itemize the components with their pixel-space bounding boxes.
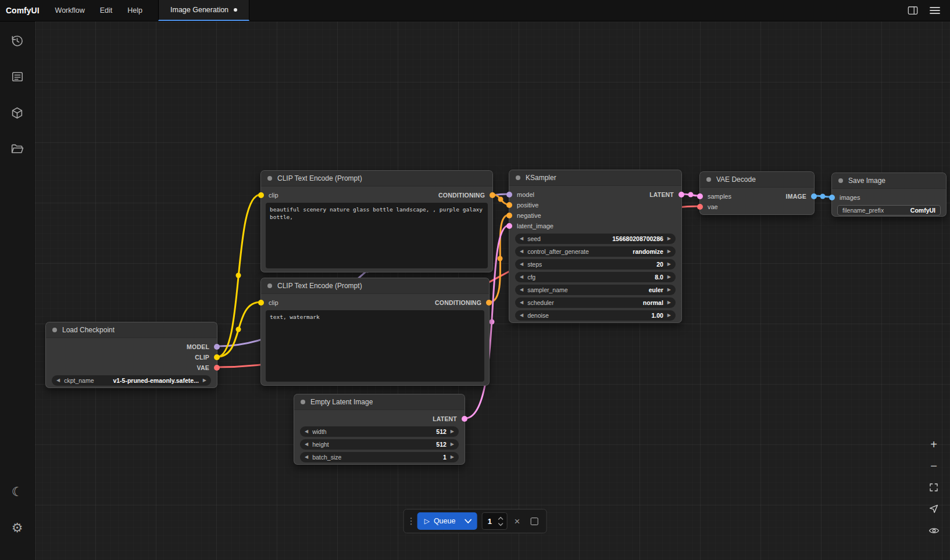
increment-arrow-icon[interactable]: ▶ <box>667 236 671 241</box>
height-widget[interactable]: ◀ height 512 ▶ <box>300 439 459 450</box>
select-mode-button[interactable] <box>927 502 941 515</box>
model-library-icon[interactable] <box>6 102 28 124</box>
decrement-arrow-icon[interactable]: ◀ <box>305 429 308 434</box>
positive-prompt-textarea[interactable]: beautiful scenery nature glass bottle la… <box>266 203 488 268</box>
model-output-port[interactable] <box>214 344 220 350</box>
node-clip-text-encode-negative[interactable]: CLIP Text Encode (Prompt) clip CONDITION… <box>260 278 490 386</box>
node-header[interactable]: Save Image <box>832 173 946 189</box>
node-header[interactable]: VAE Decode <box>700 172 814 188</box>
node-empty-latent-image[interactable]: Empty Latent Image LATENT ◀ width 512 ▶ … <box>294 394 465 465</box>
decrement-arrow-icon[interactable]: ◀ <box>520 313 523 318</box>
link-midpoint-dot[interactable] <box>498 256 503 261</box>
node-vae-decode[interactable]: VAE Decode samples IMAGE vae <box>699 171 815 215</box>
node-header[interactable]: CLIP Text Encode (Prompt) <box>261 278 489 294</box>
node-header[interactable]: KSampler <box>509 170 681 186</box>
decrement-arrow-icon[interactable]: ◀ <box>520 300 523 305</box>
increment-arrow-icon[interactable]: ▶ <box>667 288 671 292</box>
increment-arrow-icon[interactable]: ▶ <box>667 275 671 279</box>
tab-image-generation[interactable]: Image Generation <box>158 0 249 21</box>
link-midpoint-dot[interactable] <box>688 192 694 198</box>
scheduler-widget[interactable]: ◀ scheduler normal ▶ <box>515 297 676 308</box>
increment-arrow-icon[interactable]: ▶ <box>203 378 206 383</box>
increment-arrow-icon[interactable]: ▶ <box>451 442 454 447</box>
vae-input-port[interactable] <box>697 204 703 210</box>
menu-edit[interactable]: Edit <box>92 0 120 21</box>
node-save-image[interactable]: Save Image images filename_prefix ComfyU… <box>831 173 947 217</box>
hamburger-menu-icon[interactable] <box>928 3 942 17</box>
zoom-in-button[interactable]: + <box>927 438 941 451</box>
latent-image-input-port[interactable] <box>506 223 512 229</box>
model-input-port[interactable] <box>506 192 512 198</box>
increment-arrow-icon[interactable]: ▶ <box>451 429 454 434</box>
link-midpoint-dot[interactable] <box>498 197 503 202</box>
node-load-checkpoint[interactable]: Load Checkpoint MODEL CLIP VAE ◀ ckpt_na… <box>45 322 217 388</box>
theme-toggle-icon[interactable]: ☾ <box>6 481 28 503</box>
latent-output-port[interactable] <box>462 416 467 422</box>
collapse-dot[interactable] <box>267 176 272 181</box>
increment-arrow-icon[interactable]: ▶ <box>667 300 671 305</box>
collapse-dot[interactable] <box>267 283 272 288</box>
zoom-out-button[interactable]: − <box>927 460 941 472</box>
batch-size-widget[interactable]: ◀ batch_size 1 ▶ <box>300 452 459 462</box>
sampler-name-widget[interactable]: ◀ sampler_name euler ▶ <box>515 285 676 295</box>
latent-output-port[interactable] <box>678 192 684 198</box>
collapse-dot[interactable] <box>52 328 57 332</box>
images-input-port[interactable] <box>829 195 835 200</box>
drag-handle-icon[interactable]: ⋮ <box>407 516 413 526</box>
ckpt-name-widget[interactable]: ◀ ckpt_name v1-5-pruned-emaonly.safete..… <box>52 375 211 386</box>
collapse-dot[interactable] <box>301 400 305 404</box>
link-midpoint-dot[interactable] <box>490 320 495 325</box>
denoise-widget[interactable]: ◀ denoise 1.00 ▶ <box>515 310 676 321</box>
collapse-dot[interactable] <box>838 178 843 183</box>
decrement-arrow-icon[interactable]: ◀ <box>520 275 523 279</box>
settings-gear-icon[interactable]: ⚙ <box>6 517 28 539</box>
queue-button[interactable]: ▷ Queue <box>417 512 477 530</box>
width-widget[interactable]: ◀ width 512 ▶ <box>300 426 459 437</box>
negative-input-port[interactable] <box>506 213 512 218</box>
positive-input-port[interactable] <box>506 202 512 208</box>
cfg-widget[interactable]: ◀ cfg 8.0 ▶ <box>515 272 676 282</box>
decrement-arrow-icon[interactable]: ◀ <box>305 442 308 447</box>
fit-view-button[interactable] <box>927 481 941 494</box>
negative-prompt-textarea[interactable]: text, watermark <box>266 310 484 382</box>
node-header[interactable]: Load Checkpoint <box>46 322 217 338</box>
link-midpoint-dot[interactable] <box>236 273 241 278</box>
image-output-port[interactable] <box>811 193 817 199</box>
decrement-arrow-icon[interactable]: ◀ <box>520 236 523 241</box>
link-midpoint-dot[interactable] <box>236 327 241 332</box>
workflows-folder-icon[interactable] <box>6 138 28 160</box>
decrement-arrow-icon[interactable]: ◀ <box>520 249 523 254</box>
panel-toggle-icon[interactable] <box>906 3 920 17</box>
clip-input-port[interactable] <box>258 300 264 306</box>
vae-output-port[interactable] <box>214 365 220 371</box>
menu-help[interactable]: Help <box>120 0 150 21</box>
increment-arrow-icon[interactable]: ▶ <box>451 455 454 460</box>
decrement-arrow-icon[interactable]: ◀ <box>520 288 523 292</box>
node-clip-text-encode-positive[interactable]: CLIP Text Encode (Prompt) clip CONDITION… <box>260 170 493 272</box>
link-midpoint-dot[interactable] <box>820 194 826 199</box>
menu-workflow[interactable]: Workflow <box>48 0 92 21</box>
node-ksampler[interactable]: KSampler model LATENT positive negative … <box>509 170 682 323</box>
samples-input-port[interactable] <box>697 193 703 199</box>
batch-decrement-icon[interactable] <box>497 522 504 527</box>
queue-list-icon[interactable] <box>6 66 28 88</box>
steps-widget[interactable]: ◀ steps 20 ▶ <box>515 259 676 270</box>
decrement-arrow-icon[interactable]: ◀ <box>56 378 60 383</box>
conditioning-output-port[interactable] <box>490 192 495 198</box>
node-header[interactable]: Empty Latent Image <box>294 394 465 410</box>
decrement-arrow-icon[interactable]: ◀ <box>305 455 308 460</box>
control-after-generate-widget[interactable]: ◀ control_after_generate randomize ▶ <box>515 246 676 257</box>
collapse-dot[interactable] <box>516 175 520 180</box>
stop-button-icon[interactable] <box>530 518 538 525</box>
queue-dropdown-chevron-icon[interactable] <box>461 519 477 524</box>
collapse-dot[interactable] <box>706 177 711 182</box>
filename-prefix-widget[interactable]: filename_prefix ComfyUI <box>837 205 941 216</box>
node-header[interactable]: CLIP Text Encode (Prompt) <box>261 171 492 186</box>
batch-increment-icon[interactable] <box>497 515 504 520</box>
clear-queue-icon[interactable]: × <box>512 516 522 526</box>
increment-arrow-icon[interactable]: ▶ <box>667 262 671 267</box>
increment-arrow-icon[interactable]: ▶ <box>667 313 671 318</box>
toggle-links-eye-button[interactable] <box>927 524 941 537</box>
clip-input-port[interactable] <box>258 192 264 198</box>
node-canvas[interactable]: Load Checkpoint MODEL CLIP VAE ◀ ckpt_na… <box>35 21 950 560</box>
